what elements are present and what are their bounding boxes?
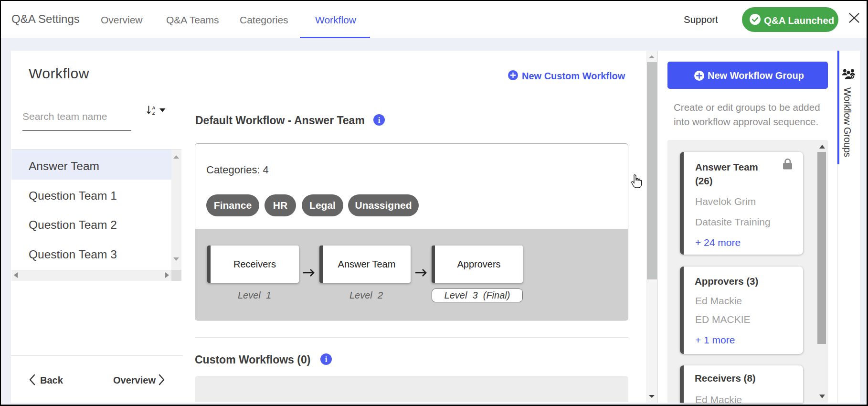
svg-text:i: i [325, 355, 328, 364]
svg-text:A: A [152, 105, 156, 110]
svg-text:Z: Z [152, 110, 155, 116]
svg-text:i: i [378, 116, 381, 125]
